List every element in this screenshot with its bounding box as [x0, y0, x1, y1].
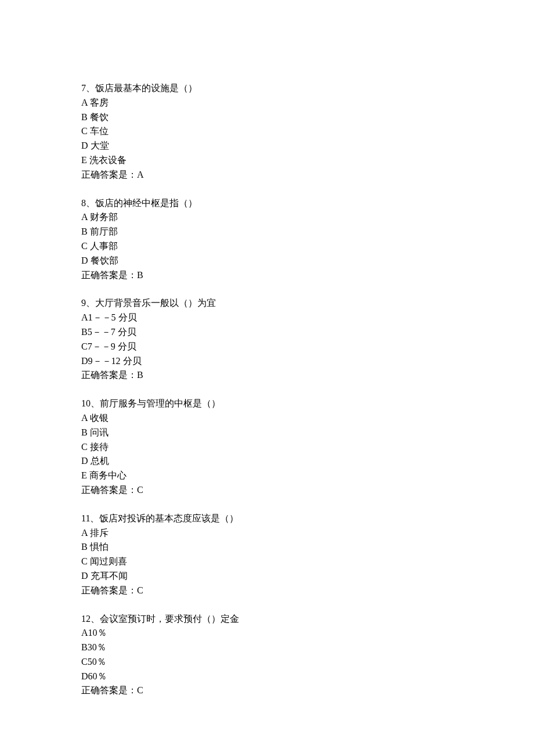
question-text: 12、会议室预订时，要求预付（）定金 — [81, 612, 534, 627]
question-text: 7、饭店最基本的设施是（） — [81, 81, 534, 96]
option-line: A1－－5 分贝 — [81, 311, 534, 325]
question-text: 11、饭店对投诉的基本态度应该是（） — [81, 512, 534, 526]
document-body: 7、饭店最基本的设施是（）A 客房B 餐饮C 车位D 大堂E 洗衣设备正确答案是… — [81, 81, 534, 698]
option-line: B 餐饮 — [81, 110, 534, 125]
option-line: D 餐饮部 — [81, 254, 534, 268]
option-line: B 问讯 — [81, 426, 534, 440]
option-line: E 洗衣设备 — [81, 153, 534, 168]
question-block: 12、会议室预订时，要求预付（）定金A10％B30％C50％D60％正确答案是：… — [81, 612, 534, 699]
option-line: B5－－7 分贝 — [81, 325, 534, 340]
option-line: D 总机 — [81, 454, 534, 469]
option-line: D 大堂 — [81, 139, 534, 153]
option-line: A10％ — [81, 626, 534, 640]
option-line: A 收银 — [81, 411, 534, 426]
question-block: 9、大厅背景音乐一般以（）为宜A1－－5 分贝B5－－7 分贝C7－－9 分贝D… — [81, 296, 534, 383]
option-line: C50％ — [81, 655, 534, 669]
option-line: B 前厅部 — [81, 225, 534, 239]
question-text: 9、大厅背景音乐一般以（）为宜 — [81, 296, 534, 311]
question-text: 8、饭店的神经中枢是指（） — [81, 196, 534, 211]
question-block: 10、前厅服务与管理的中枢是（）A 收银B 问讯C 接待D 总机E 商务中心正确… — [81, 397, 534, 498]
option-line: C 接待 — [81, 440, 534, 455]
answer-line: 正确答案是：C — [81, 683, 534, 698]
option-line: A 客房 — [81, 96, 534, 110]
option-line: B30％ — [81, 640, 534, 655]
answer-line: 正确答案是：C — [81, 483, 534, 498]
option-line: A 财务部 — [81, 210, 534, 225]
option-line: C 人事部 — [81, 239, 534, 254]
option-line: C7－－9 分贝 — [81, 340, 534, 354]
question-text: 10、前厅服务与管理的中枢是（） — [81, 397, 534, 411]
answer-line: 正确答案是：B — [81, 368, 534, 383]
option-line: E 商务中心 — [81, 469, 534, 483]
option-line: D9－－12 分贝 — [81, 354, 534, 369]
option-line: D60％ — [81, 669, 534, 684]
option-line: A 排斥 — [81, 526, 534, 541]
answer-line: 正确答案是：A — [81, 168, 534, 182]
question-block: 11、饭店对投诉的基本态度应该是（）A 排斥B 惧怕C 闻过则喜D 充耳不闻正确… — [81, 512, 534, 598]
option-line: C 闻过则喜 — [81, 555, 534, 569]
option-line: D 充耳不闻 — [81, 569, 534, 584]
question-block: 7、饭店最基本的设施是（）A 客房B 餐饮C 车位D 大堂E 洗衣设备正确答案是… — [81, 81, 534, 182]
answer-line: 正确答案是：B — [81, 268, 534, 283]
option-line: B 惧怕 — [81, 540, 534, 555]
option-line: C 车位 — [81, 124, 534, 139]
answer-line: 正确答案是：C — [81, 584, 534, 598]
question-block: 8、饭店的神经中枢是指（）A 财务部B 前厅部C 人事部D 餐饮部正确答案是：B — [81, 196, 534, 283]
